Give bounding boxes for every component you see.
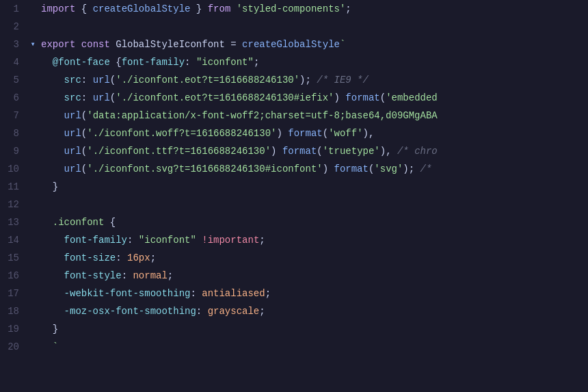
line-number: 8 (0, 125, 27, 142)
line-content: font-style: normal; (38, 267, 588, 285)
line-number: 16 (0, 267, 27, 285)
token-punctuation: ( (317, 146, 322, 157)
line-content: url('./iconfont.ttf?t=1616688246130') fo… (38, 142, 588, 160)
token-punctuation: { (110, 57, 122, 68)
token-css-string: 'data:application/x-font-woff2;charset=u… (87, 110, 437, 121)
token-punctuation: ( (110, 75, 116, 86)
token-punctuation (196, 235, 202, 246)
token-punctuation: ; (150, 252, 156, 263)
line-number: 20 (0, 338, 27, 356)
line-number: 15 (0, 249, 27, 267)
code-line: 13 .iconfont { (0, 213, 588, 231)
line-content: font-size: 16px; (38, 249, 588, 267)
token-punctuation: : (185, 57, 196, 68)
token-var-name: GlobalStyleIconfont (116, 39, 225, 50)
line-number: 13 (0, 213, 27, 231)
code-line: 11 } (0, 178, 588, 196)
token-kw-from: from (208, 3, 231, 14)
token-css-prop: font-family (122, 57, 185, 68)
token-comment: /* (420, 164, 432, 174)
token-selector: .iconfont (41, 217, 104, 228)
token-punctuation: ) (334, 92, 346, 103)
line-content: import { createGlobalStyle } from 'style… (38, 0, 588, 18)
token-punctuation (41, 146, 64, 157)
fold-gutter: ▾ (27, 36, 38, 53)
token-punctuation (41, 164, 64, 174)
token-fn-name: format (282, 146, 317, 157)
line-content: .iconfont { (38, 213, 588, 231)
token-punctuation: = (225, 39, 242, 50)
token-css-string: './iconfont.ttf?t=1616688246130' (87, 146, 271, 157)
code-line: 15 font-size: 16px; (0, 249, 588, 267)
code-line: 19 } (0, 320, 588, 338)
code-line: 7 url('data:application/x-font-woff2;cha… (0, 107, 588, 125)
code-line: 1import { createGlobalStyle } from 'styl… (0, 0, 588, 18)
token-css-string: 'svg' (374, 164, 403, 174)
line-content: } (38, 178, 588, 196)
token-punctuation: ; (265, 288, 271, 299)
code-content: 1import { createGlobalStyle } from 'styl… (0, 0, 588, 356)
line-content: export const GlobalStyleIconfont = creat… (38, 36, 588, 53)
token-punctuation: ( (110, 92, 116, 103)
token-punctuation: ( (380, 92, 386, 103)
token-fn-name: format (288, 128, 322, 139)
code-line: 3▾export const GlobalStyleIconfont = cre… (0, 36, 588, 53)
token-punctuation: ; (254, 57, 259, 68)
token-braces: } (41, 324, 58, 335)
token-punctuation: : (196, 306, 208, 317)
line-number: 18 (0, 302, 27, 320)
line-number: 7 (0, 107, 27, 125)
token-fn-name: createGlobalStyle (242, 39, 340, 50)
line-number: 4 (0, 53, 27, 71)
token-css-string: "iconfont" (196, 57, 254, 68)
line-content: -moz-osx-font-smoothing: grayscale; (38, 302, 588, 320)
token-css-value: normal (133, 270, 167, 281)
line-content: url('./iconfont.svg?t=1616688246130#icon… (38, 160, 588, 178)
code-line: 4 @font-face {font-family: "iconfont"; (0, 53, 588, 71)
line-content: } (38, 320, 588, 338)
token-punctuation: : (81, 92, 93, 103)
token-punctuation: ), (363, 128, 375, 139)
code-line: 14 font-family: "iconfont" !important; (0, 231, 588, 249)
line-content: url('./iconfont.woff?t=1616688246130') f… (38, 125, 588, 142)
token-punctuation (41, 128, 64, 139)
token-css-prop: -moz-osx-font-smoothing (41, 306, 196, 317)
token-punctuation: } (190, 3, 207, 14)
token-css-value: 16px (127, 252, 150, 263)
code-line: 2 (0, 18, 588, 36)
token-punctuation: ( (323, 128, 328, 139)
token-punctuation: ); (403, 164, 420, 174)
token-punctuation: { (75, 3, 92, 14)
token-kw-export: export (41, 39, 75, 50)
token-css-string: './iconfont.eot?t=1616688246130' (116, 75, 299, 86)
token-css-prop: src (41, 75, 81, 86)
token-punctuation: : (116, 252, 127, 263)
token-punctuation: : (81, 75, 93, 86)
line-number: 19 (0, 320, 27, 338)
token-fn-name: url (64, 164, 81, 174)
line-content: font-family: "iconfont" !important; (38, 231, 588, 249)
token-css-string: 'woff' (328, 128, 362, 139)
code-line: 12 (0, 196, 588, 213)
token-punctuation: ; (168, 270, 173, 281)
token-template-str: ` (41, 341, 58, 352)
token-punctuation: { (104, 217, 116, 228)
token-fn-name: url (64, 146, 81, 157)
token-punctuation: ; (345, 3, 351, 14)
token-fn-name: url (93, 75, 110, 86)
line-number: 1 (0, 0, 27, 18)
code-line: 16 font-style: normal; (0, 267, 588, 285)
line-number: 5 (0, 71, 27, 89)
token-css-prop: font-family (41, 235, 127, 246)
line-content: @font-face {font-family: "iconfont"; (38, 53, 588, 71)
token-css-string: './iconfont.svg?t=1616688246130#iconfont… (87, 164, 322, 174)
token-punctuation: ) (271, 146, 282, 157)
token-fn-name: url (64, 110, 81, 121)
token-css-string: './iconfont.eot?t=1616688246130#iefix' (116, 92, 334, 103)
token-css-string: './iconfont.woff?t=1616688246130' (87, 128, 276, 139)
code-line: 17 -webkit-font-smoothing: antialiased; (0, 285, 588, 302)
code-line: 6 src: url('./iconfont.eot?t=16166882461… (0, 89, 588, 107)
token-css-value: grayscale (208, 306, 260, 317)
token-template-str: ` (340, 39, 345, 50)
line-number: 3 (0, 36, 27, 53)
